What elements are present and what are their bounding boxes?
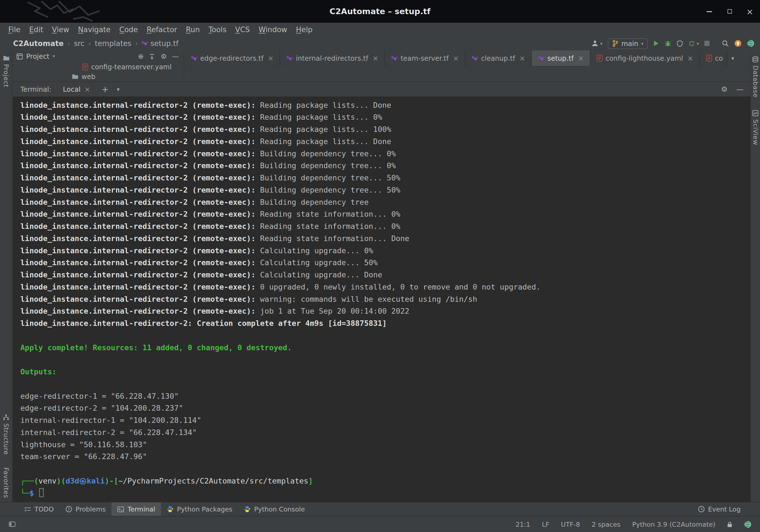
tool-window-stripe-sciview[interactable]: SciView	[752, 110, 759, 145]
editor-tab-config-lighthouse-yaml[interactable]: config-lighthouse.yaml×	[591, 50, 700, 66]
editor-tab-co[interactable]: co	[700, 50, 727, 66]
collapse-all-icon[interactable]	[149, 53, 155, 60]
eventlog-icon	[698, 506, 705, 512]
project-settings-gear-icon[interactable]: ⚙	[161, 53, 167, 60]
hidden-tabs-chevron-icon[interactable]: ▾	[732, 55, 734, 62]
breadcrumb-item-src[interactable]: src	[74, 39, 84, 48]
lock-icon[interactable]	[727, 521, 732, 528]
menu-edit[interactable]: Edit	[24, 23, 47, 36]
terminal-minimize-icon[interactable]: —	[736, 86, 743, 93]
user-menu[interactable]: ▾	[592, 40, 602, 47]
terminal-tab-local[interactable]: Local ×	[63, 85, 90, 93]
update-icon	[734, 40, 741, 47]
menu-view[interactable]: View	[48, 23, 74, 36]
tool-window-button-python-packages[interactable]: Python Packages	[161, 502, 238, 516]
menu-code[interactable]: Code	[115, 23, 142, 36]
project-tree: config-teamserver.yamlweb	[13, 62, 184, 81]
event-log-button[interactable]: Event Log	[698, 502, 760, 516]
menu-run[interactable]: Run	[181, 23, 204, 36]
stripe-label: Favorites	[3, 467, 10, 498]
menu-window[interactable]: Window	[254, 23, 292, 36]
breadcrumb-item-setup-tf[interactable]: setup.tf	[142, 39, 179, 48]
tab-close-icon[interactable]: ×	[372, 54, 378, 62]
editor-tab-setup-tf[interactable]: setup.tf×	[532, 50, 591, 66]
python-interpreter[interactable]: Python 3.9 (C2Automate)	[632, 520, 715, 528]
tab-close-icon[interactable]: ×	[578, 54, 584, 62]
new-terminal-session-button[interactable]: +	[102, 84, 109, 94]
coverage-button[interactable]	[677, 40, 683, 47]
terminal-tab-close-icon[interactable]: ×	[84, 85, 90, 93]
tab-close-icon[interactable]: ×	[520, 54, 525, 62]
project-tree-item-web[interactable]: web	[13, 72, 184, 81]
stripe-label: Structure	[3, 423, 10, 455]
terminal-settings-gear-icon[interactable]: ⚙	[721, 86, 728, 93]
menu-navigate[interactable]: Navigate	[74, 23, 115, 36]
project-panel: Project ▾ ⊕ ⚙ — config-teamserver.yamlwe…	[13, 50, 184, 81]
project-dropdown-icon[interactable]: ▾	[53, 54, 55, 59]
indent-setting[interactable]: 2 spaces	[592, 520, 620, 528]
folder-icon	[72, 74, 79, 79]
terminal-line: linode_instance.internal-redirector-2 (r…	[21, 257, 751, 269]
close-button[interactable]: ×	[745, 7, 754, 16]
minimize-button[interactable]	[705, 7, 714, 16]
ide-indicator-button[interactable]	[747, 40, 754, 47]
terraform-file-icon	[538, 55, 545, 62]
debug-icon	[665, 40, 672, 47]
editor-tab-internal-redirectors-tf[interactable]: internal-redirectors.tf×	[280, 50, 385, 66]
maximize-button[interactable]	[725, 7, 734, 16]
terminal-line: linode_instance.internal-redirector-2 (r…	[21, 160, 751, 172]
caret-position[interactable]: 21:1	[516, 520, 530, 528]
problems-icon	[65, 506, 72, 512]
project-hide-icon[interactable]: —	[172, 53, 179, 60]
editor-tab-edge-redirectors-tf[interactable]: edge-redirectors.tf×	[185, 50, 280, 66]
tool-window-button-python-console[interactable]: Python Console	[238, 502, 311, 516]
terminal-output[interactable]: linode_instance.internal-redirector-2 (r…	[13, 96, 751, 499]
menu-tools[interactable]: Tools	[204, 23, 231, 36]
editor-tab-team-server-tf[interactable]: team-server.tf×	[385, 50, 466, 66]
right-tool-window-stripe: DatabaseSciView	[750, 50, 760, 516]
terminal-line: Outputs:	[21, 366, 751, 378]
tab-close-icon[interactable]: ×	[453, 54, 459, 62]
file-encoding[interactable]: UTF-8	[561, 520, 580, 528]
terminal-line: edge-redirector-2 = "104.200.28.237"	[21, 403, 751, 415]
tab-label: edge-redirectors.tf	[200, 54, 264, 62]
locate-file-icon[interactable]: ⊕	[138, 53, 144, 60]
stop-button[interactable]	[704, 41, 710, 46]
tool-window-stripe-structure[interactable]: Structure	[3, 414, 10, 455]
project-tree-item-config-teamserver-yaml[interactable]: config-teamserver.yaml	[13, 62, 184, 72]
git-branch-widget[interactable]: main▾	[608, 38, 647, 49]
terminal-sessions-dropdown-icon[interactable]: ▾	[117, 86, 119, 93]
tool-window-button-problems[interactable]: Problems	[60, 502, 112, 516]
terminal-line: linode_instance.internal-redirector-2 (r…	[21, 269, 751, 281]
line-separator[interactable]: LF	[542, 520, 549, 528]
tool-window-button-todo[interactable]: TODO	[19, 502, 60, 516]
tab-close-icon[interactable]: ×	[688, 54, 693, 62]
project-panel-title[interactable]: Project	[26, 52, 50, 60]
tree-item-label: config-teamserver.yaml	[91, 63, 172, 71]
status-indicator-icon[interactable]	[744, 521, 751, 528]
db-icon	[752, 56, 759, 63]
update-notification-button[interactable]	[734, 40, 741, 47]
terminal-line: linode_instance.internal-redirector-2 (r…	[21, 196, 751, 209]
menu-vcs[interactable]: VCS	[231, 23, 254, 36]
breadcrumb-item-c2automate[interactable]: C2Automate	[13, 39, 64, 48]
menu-refactor[interactable]: Refactor	[142, 23, 182, 36]
tool-window-stripe-project[interactable]: Project	[3, 55, 10, 87]
tool-window-toggle-icon[interactable]	[9, 521, 16, 527]
search-everywhere-button[interactable]	[722, 40, 729, 47]
tab-close-icon[interactable]: ×	[268, 54, 274, 62]
bottom-tool-bar: TODOProblemsTerminalPython PackagesPytho…	[0, 502, 760, 516]
editor-tab-cleanup-tf[interactable]: cleanup.tf×	[466, 50, 532, 66]
rerun-button[interactable]: ▾	[689, 40, 699, 47]
tool-window-stripe-database[interactable]: Database	[752, 56, 759, 98]
debug-button[interactable]	[665, 40, 672, 47]
terminal-line: lighthouse = "50.116.58.103"	[21, 439, 751, 451]
window-controls: ×	[705, 0, 754, 23]
run-button[interactable]	[653, 40, 659, 47]
breadcrumb-item-templates[interactable]: templates	[95, 39, 131, 48]
breadcrumb: C2Automate›src›templates›setup.tf	[13, 36, 178, 50]
terminal-header: Terminal: Local × + ▾ ⚙ —	[13, 82, 751, 97]
menu-help[interactable]: Help	[292, 23, 317, 36]
tool-window-button-terminal[interactable]: Terminal	[112, 502, 161, 516]
menu-file[interactable]: File	[4, 23, 24, 36]
